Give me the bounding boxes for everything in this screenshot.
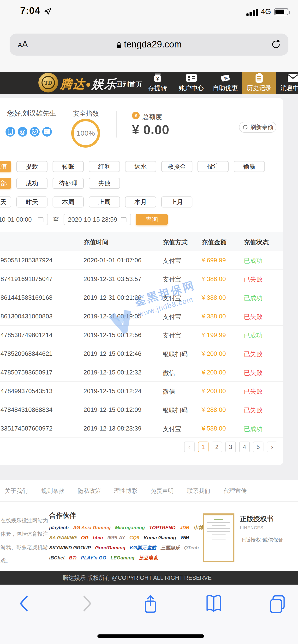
refresh-icon[interactable] <box>271 38 281 51</box>
partner-logo: 申博 <box>194 524 203 531</box>
footer-link[interactable]: 关于我们 <box>5 487 28 495</box>
status-filter-button[interactable]: 失败 <box>89 178 120 189</box>
safari-toolbar <box>0 584 298 644</box>
type-filter-button[interactable]: 转账 <box>53 161 84 172</box>
footer-link[interactable]: 代理宣传 <box>224 487 247 495</box>
page-button[interactable]: 4 <box>239 442 250 452</box>
recharge-amount: ¥ 588.00 <box>202 425 226 432</box>
footer-link[interactable]: 联系我们 <box>187 487 210 495</box>
nav-item-history[interactable]: 历史记录 <box>242 72 276 94</box>
day-filter-button[interactable]: 昨天 <box>16 196 48 208</box>
day-filter-button[interactable]: 本月 <box>125 196 156 208</box>
brand-name[interactable]: 腾达娱乐 <box>60 76 117 92</box>
type-filter-button[interactable]: 救援金 <box>161 161 192 172</box>
order-number: 950581285387924 <box>1 256 53 264</box>
type-filter-button[interactable]: 提款 <box>16 161 48 172</box>
nav-item-deposit-transfer[interactable]: ¥存提转 <box>140 72 175 94</box>
footer-divider <box>0 502 298 502</box>
partner-logo: KG開元遊戲 <box>130 544 156 551</box>
home-indicator[interactable] <box>97 634 204 638</box>
column-header: 充值方式 <box>163 238 188 246</box>
recharge-method: 银联扫码 <box>163 406 188 414</box>
partner-logo: 三国娱乐 <box>161 544 180 551</box>
day-selected-button[interactable]: 今天 <box>0 196 11 208</box>
total-balance-value: ¥ 0.00 <box>132 122 169 137</box>
history-icon <box>255 74 263 82</box>
lock-icon <box>116 42 122 48</box>
footer-link[interactable]: 规则条款 <box>41 487 64 495</box>
order-number: 335174587600972 <box>1 425 53 432</box>
svg-text:¥: ¥ <box>156 76 159 82</box>
partner-logo: 泛亚电竞 <box>139 555 158 561</box>
phone-icon[interactable] <box>6 127 15 136</box>
site-navbar: TD 腾达娱乐 回到首页 ¥存提转账户中心-%自助优惠历史记录消息中心 <box>0 72 298 94</box>
signal-bars-icon <box>246 8 258 16</box>
recharge-method: 微信 <box>163 369 175 377</box>
date-to-input[interactable]: 2020-10-15 23:59 <box>64 214 131 225</box>
column-header: 充值金额 <box>202 238 226 246</box>
type-filter-button[interactable]: 投注 <box>198 161 229 172</box>
refresh-balance-button[interactable]: 刷新余额 <box>239 122 276 133</box>
recharge-status: 已成功 <box>244 294 262 302</box>
recharge-method: 支付宝 <box>163 256 181 265</box>
recharge-method: 支付宝 <box>163 275 181 284</box>
prev-page-button[interactable]: ‹ <box>184 442 195 452</box>
recharge-status: 已失败 <box>244 406 262 414</box>
nav-item-promo[interactable]: -%自助优惠 <box>208 72 242 94</box>
back-to-home-link[interactable]: 回到首页 <box>116 80 142 89</box>
type-filter-row: 充值 提款转账红利返水救援金投注输赢 <box>0 161 283 172</box>
iphone-screen: 7:04 4G AA tengda29.com TD 腾达娱乐 回到首页 ¥存提… <box>0 0 298 644</box>
recharge-amount: ¥ 200.00 <box>202 388 226 395</box>
day-filter-button[interactable]: 本周 <box>53 196 84 208</box>
status-filter-button[interactable]: 待处理 <box>53 178 84 189</box>
license-subtitle: LINENCES <box>240 526 263 530</box>
search-button[interactable]: 查询 <box>136 214 168 225</box>
page-button[interactable]: 2 <box>212 442 222 452</box>
footer-link[interactable]: 理性博彩 <box>114 487 137 495</box>
page-button[interactable]: 5 <box>253 442 263 452</box>
bookmarks-icon[interactable] <box>205 594 222 614</box>
at-icon[interactable]: @ <box>18 127 27 136</box>
back-icon[interactable] <box>18 594 29 614</box>
about-text: 在线娱乐投注网站为体验，包括体育投注游戏、彩票老虎机游戏。 <box>1 514 48 568</box>
table-row: 4784843108688342019-12-15 00:12:09银联扫码¥ … <box>0 400 283 419</box>
nav-item-message[interactable]: 消息中心 <box>276 72 298 94</box>
status-selected-button[interactable]: 全部 <box>0 178 11 189</box>
history-card: 您好,刘汉雄先生 @ 安全指数 100% ¥ 总额度 ¥ 0.00 刷新余额 充… <box>0 98 283 465</box>
address-field[interactable]: tengda29.com <box>10 39 288 50</box>
share-icon[interactable] <box>142 594 158 614</box>
recharge-time: 2020-01-01 01:07:06 <box>83 256 141 264</box>
footer-link[interactable]: 免责声明 <box>151 487 174 495</box>
type-filter-button[interactable]: 红利 <box>89 161 120 172</box>
status-filter-button[interactable]: 成功 <box>16 178 48 189</box>
recharge-status: 已失败 <box>244 369 262 377</box>
order-number: 478530749801214 <box>1 331 53 339</box>
page-button[interactable]: 3 <box>225 442 236 452</box>
day-filter-button[interactable]: 上周 <box>89 196 120 208</box>
type-selected-button[interactable]: 充值 <box>0 161 11 172</box>
nav-item-account-center[interactable]: 账户中心 <box>175 72 208 94</box>
partner-logo: TOPTREND <box>149 525 176 530</box>
day-filter-button[interactable]: 上月 <box>161 196 192 208</box>
date-to-label: 至 <box>53 216 59 224</box>
order-number: 478484310868834 <box>1 406 53 414</box>
recharge-time: 2019-12-15 00:12:46 <box>83 350 141 358</box>
footer-link[interactable]: 隐私政策 <box>78 487 101 495</box>
date-from-input[interactable]: 2020-10-01 00:00 <box>0 214 48 225</box>
url-bar[interactable]: AA tengda29.com <box>10 34 288 56</box>
type-filter-button[interactable]: 返水 <box>125 161 156 172</box>
license-note: 正版授权 诚信保证 <box>240 536 284 544</box>
tabs-icon[interactable] <box>269 594 287 614</box>
recharge-amount: ¥ 199.99 <box>202 331 226 339</box>
column-header: 充值时间 <box>83 238 108 246</box>
brand-logo-icon[interactable]: TD <box>38 73 58 92</box>
table-row: 4785075936509172019-12-15 00:12:32微信¥ 20… <box>0 363 283 382</box>
type-filter-button[interactable]: 输赢 <box>234 161 265 172</box>
partner-logo: Microgaming <box>115 525 145 530</box>
forward-icon[interactable] <box>82 594 93 614</box>
copyright-bar: 腾达娱乐 版权所有 @COPYRIGHT ALL RIGHT RESERVE <box>0 571 298 584</box>
shield-check-icon[interactable] <box>30 127 40 136</box>
bank-card-icon[interactable] <box>42 127 52 136</box>
page-button[interactable]: 1 <box>198 442 209 452</box>
next-page-button[interactable]: › <box>267 442 277 452</box>
